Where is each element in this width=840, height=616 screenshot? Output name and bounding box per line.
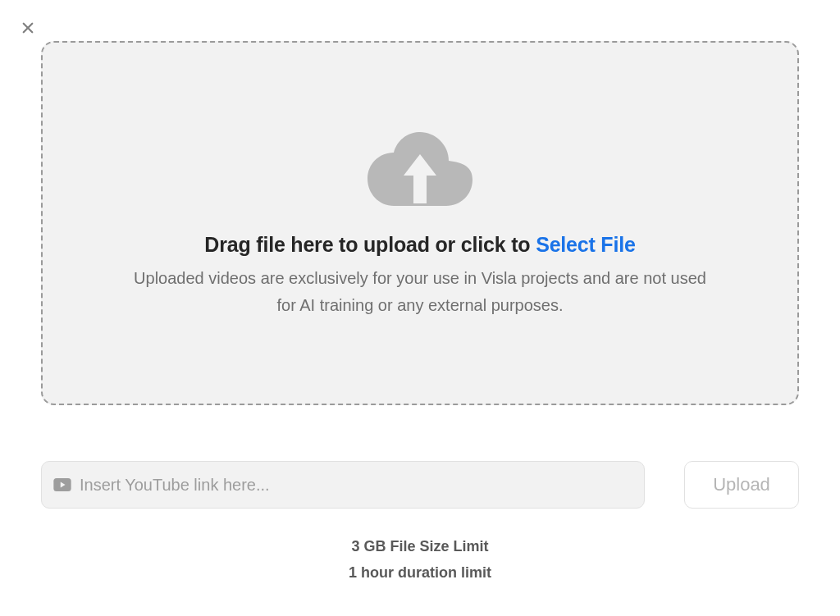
close-button[interactable] bbox=[20, 20, 36, 36]
upload-button[interactable]: Upload bbox=[684, 461, 799, 509]
youtube-icon bbox=[53, 478, 71, 491]
bottom-section: Upload 3 GB File Size Limit 1 hour durat… bbox=[41, 461, 799, 586]
dropzone-subtitle: Uploaded videos are exclusively for your… bbox=[125, 265, 715, 319]
select-file-link[interactable]: Select File bbox=[536, 233, 635, 256]
file-size-limit: 3 GB File Size Limit bbox=[349, 533, 491, 559]
close-icon bbox=[21, 21, 35, 35]
cloud-upload-icon bbox=[363, 128, 477, 218]
duration-limit: 1 hour duration limit bbox=[349, 559, 491, 586]
dropzone-title-prefix: Drag file here to upload or click to bbox=[204, 233, 536, 256]
upload-modal: Drag file here to upload or click to Sel… bbox=[0, 0, 840, 616]
limits: 3 GB File Size Limit 1 hour duration lim… bbox=[349, 533, 491, 586]
input-row: Upload bbox=[41, 461, 799, 509]
file-dropzone[interactable]: Drag file here to upload or click to Sel… bbox=[41, 41, 799, 405]
youtube-link-input[interactable] bbox=[80, 462, 632, 508]
youtube-input-wrapper bbox=[41, 461, 645, 509]
dropzone-title: Drag file here to upload or click to Sel… bbox=[204, 233, 635, 257]
